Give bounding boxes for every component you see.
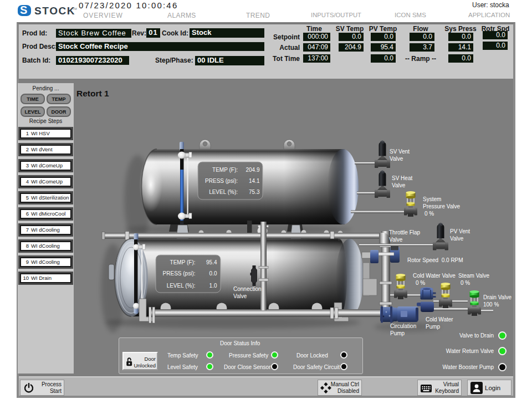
svg-text:PRESS (psi):: PRESS (psi): bbox=[163, 270, 196, 277]
svg-text:1.0: 1.0 bbox=[209, 283, 217, 289]
svg-text:Cold Water Valve: Cold Water Valve bbox=[413, 273, 456, 279]
svg-text:Steam Valve: Steam Valve bbox=[458, 273, 489, 279]
svg-text:Pump: Pump bbox=[426, 324, 441, 330]
svg-text:0 %: 0 % bbox=[424, 211, 434, 217]
svg-text:75.3: 75.3 bbox=[249, 189, 260, 195]
svg-text:Valve: Valve bbox=[389, 237, 403, 243]
svg-text:Valve: Valve bbox=[392, 182, 406, 188]
svg-text:Pressure Valve: Pressure Valve bbox=[423, 203, 461, 209]
svg-text:0 %: 0 % bbox=[416, 280, 425, 286]
svg-text:100 %: 100 % bbox=[483, 301, 499, 308]
svg-text:PV Vent: PV Vent bbox=[450, 228, 470, 234]
svg-text:Valve: Valve bbox=[233, 293, 247, 299]
svg-text:SV Heat: SV Heat bbox=[392, 175, 412, 181]
svg-text:PRESS (psi):: PRESS (psi): bbox=[205, 178, 238, 184]
svg-text:TEMP (F):: TEMP (F): bbox=[212, 167, 238, 173]
svg-text:204.9: 204.9 bbox=[245, 167, 259, 173]
svg-text:0.0: 0.0 bbox=[209, 270, 217, 277]
svg-text:LEVEL (%):: LEVEL (%): bbox=[167, 283, 196, 289]
svg-text:LEVEL (%):: LEVEL (%): bbox=[209, 189, 238, 195]
svg-text:Valve: Valve bbox=[390, 156, 403, 162]
svg-text:Cold Water: Cold Water bbox=[426, 316, 453, 323]
svg-text:Valve: Valve bbox=[450, 236, 464, 242]
svg-text:95.4: 95.4 bbox=[206, 259, 217, 265]
svg-text:14.1: 14.1 bbox=[249, 178, 260, 184]
svg-text:System: System bbox=[423, 196, 441, 202]
svg-text:0 %: 0 % bbox=[461, 280, 470, 286]
svg-text:Connection: Connection bbox=[233, 286, 262, 292]
svg-text:TEMP (F):: TEMP (F): bbox=[170, 259, 196, 265]
svg-text:Circulation: Circulation bbox=[390, 323, 416, 329]
svg-text:Drain Valve: Drain Valve bbox=[483, 294, 511, 300]
svg-text:Rotor Speed 0.0 RPM: Rotor Speed 0.0 RPM bbox=[407, 257, 463, 263]
svg-text:SV Vent: SV Vent bbox=[390, 149, 410, 155]
svg-text:Throttle Flap: Throttle Flap bbox=[389, 229, 421, 236]
